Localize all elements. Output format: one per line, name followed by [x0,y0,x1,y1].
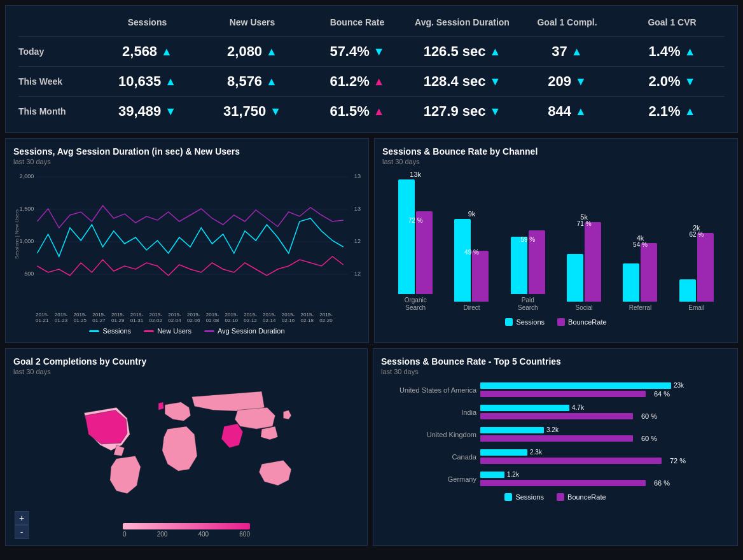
today-new-users-arrow: ▲ [266,45,277,59]
map-scale-600: 600 [239,531,250,538]
week-avg-session-value: 128.4 sec [424,73,486,90]
hbar-session-val-germany: 1.2k [507,471,519,478]
zoom-in-button[interactable]: + [15,511,29,525]
hbar-bounce-pct-usa: 64 % [646,390,670,398]
countries-legend-bounce-color [557,493,564,501]
line-chart-container: 2,000 1,500 1,000 500 135 130 125 120 Se… [13,171,361,311]
legend-sessions-label: Sessions [102,327,131,335]
countries-legend-bounce-label: BounceRate [567,493,606,501]
row-label-today: Today [18,36,95,66]
bar-chart-subtitle: last 30 days [382,158,730,165]
bar-xlabel-direct: Direct [463,304,480,312]
svg-text:120: 120 [354,270,361,277]
header-new-users: New Users [200,12,305,36]
bar-chart-box: Sessions & Bounce Rate by Channel last 3… [374,138,738,343]
bar-session-paid [511,237,527,294]
today-sessions-arrow: ▲ [161,45,172,59]
hbar-label-germany: Germany [381,475,476,483]
charts-row: Sessions, Avg Session Duration (in sec) … [5,138,738,343]
bars-pair-email [679,233,714,302]
line-chart-subtitle: last 30 days [13,158,361,165]
map-chart-title: Goal 2 Completions by Country [13,356,359,367]
today-sessions-value: 2,568 [122,43,157,60]
hbar-bars-usa: 23k 64 % [480,382,730,398]
hbar-session-india [480,405,569,411]
bar-session-direct [454,219,471,302]
today-goal1-compl: 37 ▲ [515,36,620,66]
week-sessions: 10,635 ▲ [95,66,200,96]
bar-bounce-email [697,233,714,302]
week-bounce-rate-arrow: ▲ [373,75,385,88]
countries-legend-sessions-label: Sessions [515,493,544,501]
today-avg-session: 126.5 sec ▲ [410,36,515,66]
today-new-users: 2,080 ▲ [200,36,305,66]
bar-session-organic [398,179,415,294]
bar-xlabel-social: Social [576,304,593,312]
week-avg-session: 128.4 sec ▼ [410,66,515,96]
week-new-users-arrow: ▲ [266,75,277,88]
map-scale-0: 0 [123,531,127,538]
week-goal1-compl: 209 ▼ [515,66,620,96]
hbar-session-val-usa: 23k [674,382,684,389]
bar-legend-bounce-color [557,318,565,326]
row-label-week: This Week [18,66,95,96]
week-sessions-arrow: ▲ [165,75,176,88]
header-goal1-compl: Goal 1 Compl. [515,12,620,36]
legend-avg-session-color [204,330,214,332]
countries-legend: Sessions BounceRate [381,493,730,501]
bar-group-organic: 13k 72 % OrganicSearch [389,172,442,312]
month-bounce-rate-value: 61.5% [330,103,369,120]
header-empty [18,12,95,36]
bar-group-social: 5k 71 % Social [557,172,611,312]
bar-label-direct-sessions: 9k [468,210,476,218]
hbar-session-val-india: 4.7k [572,404,584,411]
countries-legend-sessions: Sessions [504,493,544,501]
hbar-bounce-pct-canada: 72 % [662,457,686,465]
map-scale-400: 400 [198,531,209,538]
legend-sessions-color [89,330,99,332]
today-sessions: 2,568 ▲ [95,36,200,66]
hbar-session-canada [480,449,527,456]
hbar-bounce-canada [480,458,662,464]
svg-text:2,000: 2,000 [20,173,34,179]
week-goal1-cvr-arrow: ▼ [684,75,696,88]
today-bounce-rate-value: 57.4% [330,43,369,60]
bar-group-referral: 4k 54 % Referral [613,172,667,312]
month-goal1-cvr-value: 2.1% [649,103,681,120]
map-gradient [123,523,250,529]
bar-group-direct: 9k 49 % Direct [445,172,498,312]
today-goal1-cvr-arrow: ▲ [684,45,696,59]
bar-legend-bounce-label: BounceRate [568,318,607,326]
zoom-out-button[interactable]: - [15,525,29,539]
map-scale: 0 200 400 600 [123,531,250,538]
line-chart-svg: 2,000 1,500 1,000 500 135 130 125 120 Se… [13,171,361,311]
today-goal1-cvr-value: 1.4% [649,43,681,60]
hbar-session-val-canada: 2.3k [530,449,542,456]
hbar-row-germany: Germany 1.2k 66 % [381,471,730,487]
month-avg-session-arrow: ▼ [490,105,501,118]
hbar-bounce-uk [480,435,633,442]
legend-avg-session: Avg Session Duration [204,327,285,335]
month-goal1-cvr-arrow: ▲ [684,105,696,118]
bar-legend-sessions: Sessions [505,318,545,326]
bars-pair-referral [623,243,657,302]
month-sessions-value: 39,489 [118,103,161,120]
stats-table: Sessions New Users Bounce Rate Avg. Sess… [5,5,738,133]
svg-text:125: 125 [354,238,361,244]
map-scale-200: 200 [157,531,168,538]
month-sessions: 39,489 ▼ [95,96,200,126]
map-chart-box: Goal 2 Completions by Country last 30 da… [5,348,368,546]
month-bounce-rate-arrow: ▲ [373,105,385,118]
hbar-bars-canada: 2.3k 72 % [480,449,730,465]
week-goal1-compl-value: 209 [548,73,571,90]
month-goal1-compl-value: 844 [548,103,571,120]
bar-label-organic-sessions: 13k [410,171,421,178]
bar-pct-organic: 72 % [408,217,423,224]
bar-chart-legend: Sessions BounceRate [382,318,730,326]
bar-legend-sessions-label: Sessions [516,318,545,326]
month-new-users-value: 31,750 [223,103,266,120]
world-map-svg [27,381,345,521]
week-new-users-value: 8,576 [227,73,262,90]
hbar-row-uk: United Kingdom 3.2k 60 % [381,426,730,442]
hbar-label-usa: United States of America [381,386,476,394]
